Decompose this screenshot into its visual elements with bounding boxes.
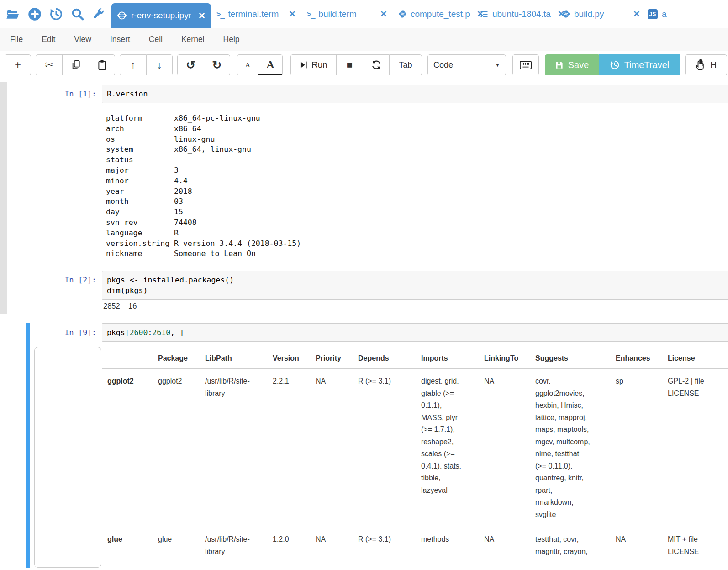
arrow-down-icon: ↓ [157,59,162,71]
code-input[interactable]: pkgs <- installed.packages() dim(pkgs) [102,271,728,300]
history-icon[interactable] [49,7,63,21]
halt-label: H [710,60,717,70]
notebook-toolbar: + ✂ ↑ ↓ ↺ ↻ A A Run ■ [0,51,728,79]
move-cell-up-button[interactable]: ↑ [120,54,146,75]
timetravel-button[interactable]: TimeTravel [599,54,680,75]
cell-type-select[interactable]: Code ▼ [427,54,506,75]
col-depends: Depends [358,347,421,369]
move-cell-down-button[interactable]: ↓ [146,54,173,75]
save-label: Save [568,60,589,70]
copy-icon [71,60,80,70]
col-package: Package [158,347,205,369]
scrollbar-thumb[interactable] [0,82,7,314]
refresh-icon [371,60,381,70]
close-icon[interactable]: ✕ [633,9,640,19]
tab-label: ubuntu-1804.ta [492,9,551,19]
menu-bar: File Edit View Insert Cell Kernel Help [0,28,728,51]
menu-insert[interactable]: Insert [110,35,130,44]
output-prompt-area[interactable] [34,347,101,568]
restart-kernel-button[interactable] [363,54,389,75]
input-prompt: In [9]: [0,323,96,342]
code-input[interactable]: pkgs[2600:2610, ] [102,323,728,342]
code-cell-3-selected: In [9]: pkgs[2600:2610, ] Package L [0,322,728,568]
big-a-label: A [266,59,274,71]
copy-cell-button[interactable] [62,54,89,75]
hand-icon [696,59,707,71]
close-icon[interactable]: ✕ [289,9,296,19]
terminal-icon: >_ [216,10,224,19]
menu-edit[interactable]: Edit [42,35,55,44]
tab-build-term[interactable]: >_ build.term ✕ [301,0,393,28]
code-input[interactable]: R.version [102,85,728,103]
tab-label: a [662,9,667,19]
code-cell-2: In [2]: pkgs <- installed.packages() dim… [0,271,728,300]
tab-build-py[interactable]: build.py ✕ [556,0,646,28]
new-file-plus-icon[interactable] [28,7,42,21]
paste-cell-button[interactable] [89,54,115,75]
redo-icon: ↻ [212,59,222,72]
tab-terminal-term[interactable]: >_ terminal.term ✕ [211,0,301,28]
chevron-down-icon: ▼ [495,62,500,68]
keyboard-shortcuts-button[interactable] [512,54,539,75]
format-text-large-button[interactable]: A [258,54,283,75]
python-icon [562,10,570,18]
menu-kernel[interactable]: Kernel [181,35,205,44]
open-folder-icon[interactable] [5,8,20,20]
cell-1-output: platformx86_64-pc-linux-gnu archx86_64 o… [106,113,728,259]
close-icon[interactable]: ✕ [380,9,387,19]
code-line: pkgs[2600:2610, ] [107,327,728,338]
table-row: ggplot2 ggplot2 /usr/lib/R/site-library … [102,369,728,527]
menu-help[interactable]: Help [223,35,240,44]
col-suggests: Suggests [535,347,616,369]
undo-button[interactable]: ↺ [177,54,204,75]
format-text-small-button[interactable]: A [237,54,258,75]
timetravel-history-icon [610,60,620,70]
halt-button[interactable]: H [685,54,727,75]
menu-file[interactable]: File [10,35,23,44]
col-libpath: LibPath [205,347,273,369]
cell-type-value: Code [433,60,453,70]
search-icon[interactable] [71,7,84,21]
terminal-icon: >_ [307,10,314,19]
save-floppy-icon [555,61,564,69]
menu-cell[interactable]: Cell [149,35,163,44]
redo-button[interactable]: ↻ [204,54,230,75]
save-button[interactable]: Save [545,54,599,75]
menu-view[interactable]: View [74,35,91,44]
input-prompt: In [2]: [0,271,96,300]
file-actions [0,0,111,28]
close-icon[interactable]: ✕ [198,11,206,21]
add-cell-button[interactable]: + [5,54,31,75]
plus-icon: + [15,59,21,71]
arrow-up-icon: ↑ [131,59,136,71]
interrupt-kernel-button[interactable]: ■ [336,54,363,75]
file-tab-bar: r-env-setup.ipyr ✕ >_ terminal.term ✕ >_… [0,0,728,28]
tab-label-text: Tab [399,60,412,70]
cell-2-output: 2852 16 [103,302,728,310]
wrench-icon[interactable] [92,8,105,21]
tab-label: terminal.term [228,9,279,19]
tab-label: r-env-setup.ipyr [131,11,191,21]
col-enhances: Enhances [616,347,668,369]
tab-r-env-setup[interactable]: r-env-setup.ipyr ✕ [111,3,211,28]
run-label: Run [311,60,327,70]
table-row: glue glue /usr/lib/R/site-library 1.2.0 … [102,527,728,564]
keyboard-icon [520,61,532,69]
selected-cell-indicator [26,323,30,568]
run-cell-button[interactable]: Run [290,54,336,75]
tab-complete-button[interactable]: Tab [389,54,422,75]
javascript-icon: JS [648,9,658,19]
cut-cell-button[interactable]: ✂ [36,54,62,75]
code-line: R.version [107,89,728,99]
step-forward-icon [300,61,307,69]
tab-compute-test[interactable]: compute_test.p ✕ [393,0,474,28]
col-imports: Imports [421,347,484,369]
col-linkingto: LinkingTo [484,347,535,369]
table-header-row: Package LibPath Version Priority Depends… [102,347,728,369]
code-line: dim(pkgs) [107,285,728,296]
input-prompt: In [1]: [0,85,96,103]
col-rowname [102,347,158,369]
small-a-label: A [245,61,250,69]
tab-ubuntu-1804[interactable]: ubuntu-1804.ta ✕ [474,0,556,28]
tab-js-file[interactable]: JS a [646,0,672,28]
